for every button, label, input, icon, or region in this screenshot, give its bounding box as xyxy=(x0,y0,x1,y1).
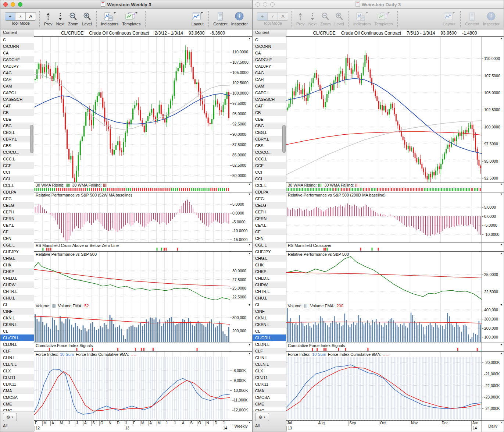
minimize-button[interactable] xyxy=(263,2,267,7)
ticker-list-item[interactable]: CHLD.L xyxy=(0,275,34,281)
ticker-list-item[interactable]: CLLN.L xyxy=(253,361,286,368)
tool-mode-text-button[interactable]: A xyxy=(25,13,36,20)
axis-dropdown-icon[interactable]: ▼ xyxy=(500,252,503,255)
ticker-list-item[interactable]: CHKP xyxy=(253,268,286,275)
ticker-list-item[interactable]: CME xyxy=(0,401,34,407)
sidebar-action-button[interactable]: ⚙▼ xyxy=(3,413,17,421)
volume-canvas[interactable] xyxy=(286,303,482,343)
ticker-list-item[interactable]: CHTR.L xyxy=(253,288,286,295)
ticker-list-item[interactable]: CKN.L xyxy=(253,315,286,321)
ticker-list-item[interactable]: CAPC.L xyxy=(253,89,286,96)
layout-button[interactable]: Layout xyxy=(441,10,458,26)
close-button[interactable] xyxy=(3,2,8,7)
sidebar-scrollbar-thumb[interactable] xyxy=(282,125,286,153)
ticker-list-item[interactable]: CKSN.L xyxy=(0,321,34,328)
ticker-list-item[interactable]: CBE xyxy=(0,116,34,123)
ticker-list-item[interactable]: CHFJPY xyxy=(0,248,34,255)
ticker-list-item[interactable]: CAM xyxy=(0,83,34,89)
ticker-list-item[interactable]: CCE xyxy=(0,162,34,169)
inspector-button[interactable]: iInspector xyxy=(481,10,501,26)
ticker-list-item[interactable]: CHU.L xyxy=(253,295,286,301)
ticker-list-item[interactable]: CDI.PA xyxy=(253,189,286,195)
ticker-list-item[interactable]: CCL xyxy=(253,176,286,182)
next-button[interactable]: Next xyxy=(307,10,319,26)
ticker-list-item[interactable]: C/CORN xyxy=(0,43,34,50)
content-button[interactable]: Content xyxy=(463,10,481,26)
ticker-list-item[interactable]: CEY.L xyxy=(0,222,34,229)
ticker-list-item[interactable]: CHFJPY xyxy=(253,248,286,255)
axis-dropdown-icon[interactable]: ▼ xyxy=(500,304,503,306)
ticker-list-item[interactable]: CC/CO... xyxy=(0,149,34,156)
ticker-list-item[interactable]: CL/CRU... xyxy=(0,334,34,341)
markers-plot[interactable]: RS Mansfield Crossover xyxy=(286,243,482,251)
ticker-list-item[interactable]: CELG xyxy=(253,202,286,209)
x-axis-scale[interactable]: JulAugSepOctNovDecJan1314 xyxy=(286,421,482,432)
tool-mode-line-button[interactable]: / xyxy=(267,13,278,20)
ticker-list-item[interactable]: CFN xyxy=(253,235,286,242)
ticker-list-item[interactable]: CLLN.L xyxy=(0,361,34,368)
y-axis[interactable]: ▼-20,000K-21,000K-22,000K-23,000K-24,000… xyxy=(482,352,504,420)
ticker-list-item[interactable]: CASESCH xyxy=(253,96,286,103)
markers-plot[interactable]: Cumulative Force Index Signals xyxy=(34,343,230,351)
markers-plot[interactable]: RS Mansfield Cross Above or Below Zero L… xyxy=(34,243,230,251)
force-canvas[interactable] xyxy=(286,352,482,420)
axis-dropdown-icon[interactable]: ▼ xyxy=(500,243,503,246)
ticker-list-item[interactable]: CBG.L xyxy=(0,129,34,136)
ticker-list-item[interactable]: CADJPY xyxy=(0,63,34,70)
lines-canvas[interactable] xyxy=(34,252,230,303)
sidebar-group-label[interactable]: All xyxy=(255,424,286,428)
ticker-list-item[interactable]: CHTR.L xyxy=(0,288,34,295)
ticker-list-item[interactable]: CI xyxy=(253,301,286,308)
axis-dropdown-icon[interactable]: ▼ xyxy=(248,352,251,355)
ticker-list-item[interactable]: CAM xyxy=(253,83,286,89)
sidebar-group-label[interactable]: All xyxy=(3,424,34,428)
ticker-list-item[interactable]: CMG xyxy=(0,407,34,411)
ticker-list-item[interactable]: CMCSA xyxy=(0,394,34,401)
ticker-list-item[interactable]: CL\K11 xyxy=(0,381,34,387)
ticker-list-item[interactable]: CCC.L xyxy=(253,156,286,162)
ticker-list-item[interactable]: CAH xyxy=(0,76,34,83)
indicators-button[interactable]: Indicators xyxy=(351,10,373,26)
ticker-list-item[interactable]: CL\K11 xyxy=(253,381,286,387)
ticker-list-item[interactable]: CINF xyxy=(253,308,286,315)
volume-canvas[interactable] xyxy=(34,303,230,343)
ticker-list-item[interactable]: CASESCH xyxy=(0,96,34,103)
y-axis[interactable]: ▼ xyxy=(482,183,504,192)
ticker-list-item[interactable]: CEPH xyxy=(0,209,34,215)
ticker-list-item[interactable]: CL/CRU... xyxy=(253,334,286,341)
layout-button[interactable]: Layout xyxy=(189,10,206,26)
ticker-list-item[interactable]: CBRY.L xyxy=(0,136,34,142)
templates-button[interactable]: Templates xyxy=(120,10,142,26)
y-axis[interactable]: ▼ xyxy=(482,343,504,351)
lines-plot[interactable]: Relative Performance vs S&P 500 xyxy=(286,252,482,303)
zoom-button[interactable] xyxy=(270,2,275,7)
ticker-list-item[interactable]: CF xyxy=(253,229,286,235)
ticker-list-item[interactable]: CCC.L xyxy=(0,156,34,162)
volume-plot[interactable]: Volume:Volume EMA:200 xyxy=(286,303,482,343)
volume-plot[interactable]: Volume:Volume EMA:52 xyxy=(34,303,230,343)
y-axis[interactable]: ▼5.00000.0000-5.0000-10.0000 xyxy=(482,192,504,242)
ticker-list-item[interactable]: CHRW xyxy=(0,281,34,288)
ticker-list-item[interactable]: CCI xyxy=(253,169,286,176)
ticker-list-item[interactable]: CFN xyxy=(0,235,34,242)
y-axis[interactable]: ▼25.000022.5000 xyxy=(482,252,504,303)
y-axis[interactable]: ▼400,000300,000200,000100,000 xyxy=(482,303,504,343)
price-plot[interactable] xyxy=(286,37,482,182)
axis-dropdown-icon[interactable]: ▼ xyxy=(500,37,503,40)
ticker-list-item[interactable]: CBS xyxy=(0,142,34,149)
level-button[interactable]: Level xyxy=(80,10,93,26)
axis-dropdown-icon[interactable]: ▼ xyxy=(248,343,251,346)
ticker-list-item[interactable]: CBE xyxy=(253,116,286,123)
ticker-list-item[interactable]: C xyxy=(0,36,34,43)
markers-plot[interactable]: Cumulative Force Index Signals xyxy=(286,343,482,351)
ticker-list-item[interactable]: CLX xyxy=(0,368,34,374)
force-canvas[interactable] xyxy=(34,352,230,420)
ticker-list-item[interactable]: CINF xyxy=(0,308,34,315)
sidebar-action-button[interactable]: ⚙▼ xyxy=(255,413,269,421)
ticker-list-item[interactable]: CHG.L xyxy=(0,255,34,262)
axis-dropdown-icon[interactable]: ▼ xyxy=(500,183,503,185)
lines-canvas[interactable] xyxy=(286,252,482,303)
hist-canvas[interactable] xyxy=(286,192,482,242)
ticker-list-item[interactable]: CADJPY xyxy=(253,63,286,70)
ticker-list-item[interactable]: CEG xyxy=(0,195,34,202)
